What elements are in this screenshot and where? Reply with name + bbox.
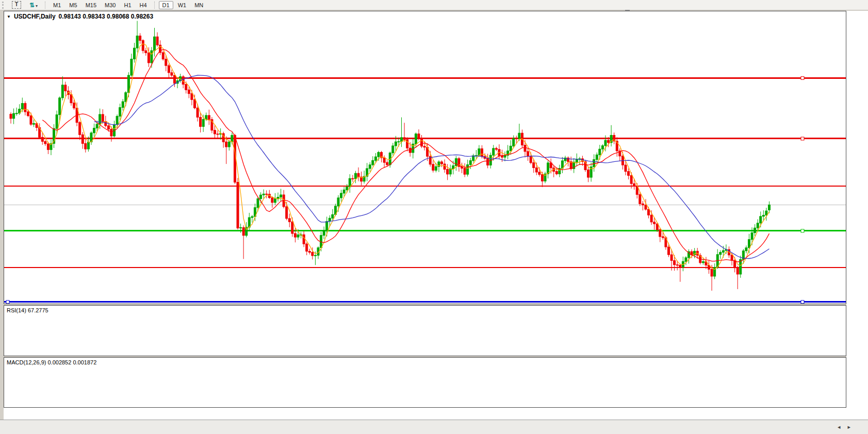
date-axis[interactable] bbox=[4, 408, 868, 420]
chart-title: ▼ USDCHF,Daily 0.98143 0.98343 0.98068 0… bbox=[7, 13, 153, 20]
line-handle[interactable] bbox=[801, 76, 804, 79]
timeframe-button-h1[interactable]: H1 bbox=[120, 1, 135, 9]
terminal-window: T ⇅▾ M1M5M15M30H1H4D1W1MN ▼ USDCHF,Daily… bbox=[0, 0, 868, 434]
line-handle[interactable] bbox=[801, 229, 804, 232]
candlestick-chart[interactable] bbox=[4, 11, 846, 304]
macd-chart bbox=[4, 358, 846, 407]
toolbar: T ⇅▾ M1M5M15M30H1H4D1W1MN bbox=[0, 0, 868, 10]
timeframe-button-d1[interactable]: D1 bbox=[159, 1, 173, 9]
price-axis[interactable] bbox=[846, 11, 868, 408]
tab-scroll-right-icon[interactable]: ▸ bbox=[847, 424, 858, 430]
macd-label: MACD(12,26,9) 0.002852 0.001872 bbox=[7, 359, 96, 365]
text-tool-icon: T bbox=[12, 1, 21, 9]
collapse-triangle-icon[interactable]: ▼ bbox=[7, 14, 11, 19]
rsi-chart bbox=[4, 306, 846, 356]
chart-symbol: USDCHF,Daily bbox=[14, 13, 56, 20]
main-chart-panel[interactable]: ▼ USDCHF,Daily 0.98143 0.98343 0.98068 0… bbox=[4, 11, 846, 304]
candles bbox=[10, 21, 770, 291]
timeframe-button-mn[interactable]: MN bbox=[191, 1, 207, 9]
line-handle[interactable] bbox=[6, 301, 9, 304]
toolbar-separator bbox=[154, 2, 155, 9]
text-tool-button[interactable]: T bbox=[8, 0, 25, 10]
timeframe-group: M1M5M15M30H1H4D1W1MN bbox=[49, 1, 207, 9]
arrange-icon: ⇅ bbox=[29, 2, 35, 9]
timeframe-button-m15[interactable]: M15 bbox=[82, 1, 100, 9]
timeframe-button-w1[interactable]: W1 bbox=[174, 1, 190, 9]
line-handle[interactable] bbox=[801, 301, 804, 304]
rsi-panel[interactable]: RSI(14) 67.2775 bbox=[4, 305, 846, 356]
toolbar-separator bbox=[45, 2, 46, 9]
tab-scroll-arrows: ◂▸ bbox=[838, 424, 858, 430]
line-handle[interactable] bbox=[801, 137, 804, 140]
toolbar-grip[interactable] bbox=[2, 2, 6, 9]
tab-scroll-left-icon[interactable]: ◂ bbox=[838, 424, 848, 430]
timeframe-button-m5[interactable]: M5 bbox=[65, 1, 80, 9]
rsi-label: RSI(14) 67.2775 bbox=[7, 307, 48, 313]
timeframe-button-m30[interactable]: M30 bbox=[101, 1, 119, 9]
chart-ohlc-values: 0.98143 0.98343 0.98068 0.98263 bbox=[59, 13, 154, 20]
chart-tab-bar: ◂▸ bbox=[0, 420, 868, 434]
chevron-down-icon: ▾ bbox=[36, 4, 38, 8]
macd-panel[interactable]: MACD(12,26,9) 0.002852 0.001872 bbox=[4, 357, 846, 408]
arrange-windows-button[interactable]: ⇅▾ bbox=[26, 1, 41, 10]
timeframe-button-m1[interactable]: M1 bbox=[50, 1, 64, 9]
timeframe-button-h4[interactable]: H4 bbox=[136, 1, 151, 9]
